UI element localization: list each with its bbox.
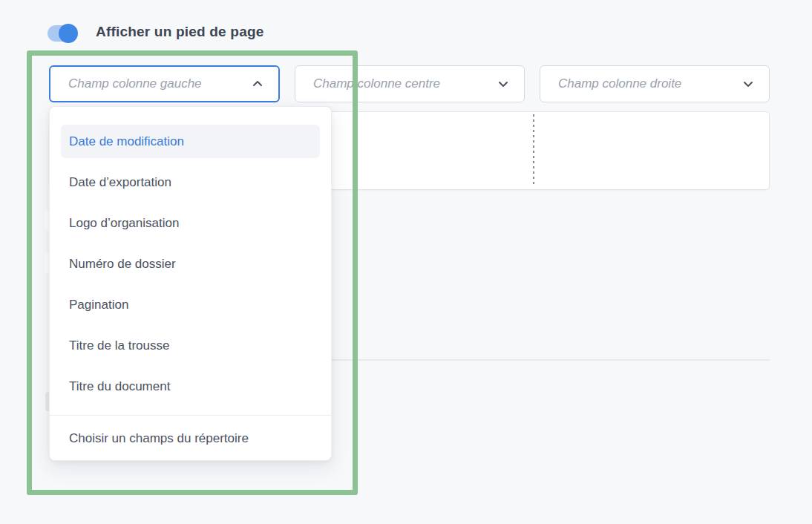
left-column-field-menu: Date de modification Date d’exportation …: [49, 106, 332, 461]
chevron-down-icon: [497, 78, 509, 90]
menu-item-date-de-modification[interactable]: Date de modification: [50, 121, 331, 162]
menu-item-choisir-champs-repertoire[interactable]: Choisir un champs du répertoire: [50, 416, 331, 461]
footer-settings-panel: Afficher un pied de page Champ colonne g…: [0, 0, 812, 524]
select-left-column-field[interactable]: Champ colonne gauche: [49, 65, 280, 102]
select-placeholder: Champ colonne droite: [558, 76, 681, 91]
select-center-column-field[interactable]: Champ colonne centre: [295, 65, 525, 102]
chevron-up-icon: [252, 78, 263, 90]
menu-item-date-exportation[interactable]: Date d’exportation: [50, 162, 331, 203]
menu-item-logo-organisation[interactable]: Logo d’organisation: [50, 203, 331, 243]
menu-item-list: Date de modification Date d’exportation …: [50, 107, 331, 407]
menu-item-numero-de-dossier[interactable]: Numéro de dossier: [50, 243, 331, 284]
select-placeholder: Champ colonne centre: [313, 76, 440, 91]
menu-item-titre-du-document[interactable]: Titre du document: [50, 366, 331, 407]
footer-column-divider: [533, 114, 534, 187]
footer-toggle-label: Afficher un pied de page: [96, 24, 264, 40]
select-placeholder: Champ colonne gauche: [68, 76, 202, 91]
menu-item-titre-de-la-trousse[interactable]: Titre de la trousse: [50, 325, 331, 366]
menu-item-pagination[interactable]: Pagination: [50, 284, 331, 325]
chevron-down-icon: [742, 78, 754, 90]
footer-visibility-toggle[interactable]: [48, 25, 77, 42]
toggle-knob: [59, 24, 78, 43]
select-right-column-field[interactable]: Champ colonne droite: [540, 65, 770, 102]
